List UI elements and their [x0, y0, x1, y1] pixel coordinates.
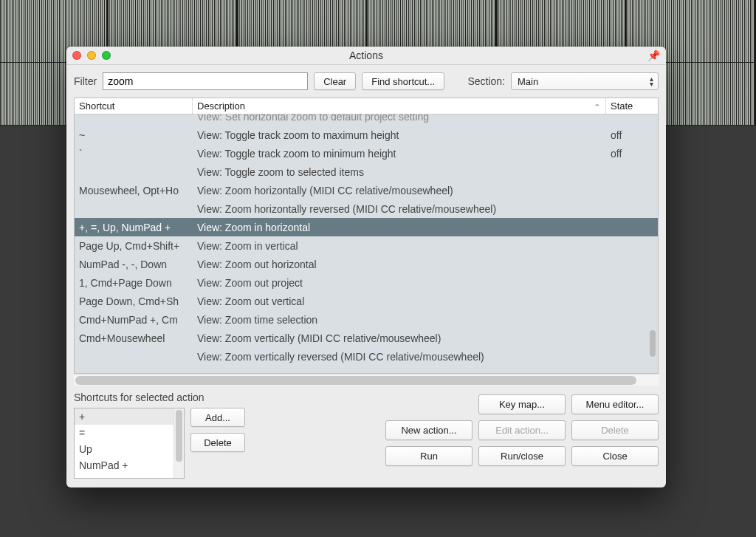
- cell-description: View: Zoom time selection: [193, 314, 606, 326]
- shortcut-list-item[interactable]: +: [75, 408, 184, 425]
- close-window-button[interactable]: [72, 51, 81, 60]
- shortcut-list-scrollbar[interactable]: [173, 408, 184, 478]
- table-row[interactable]: View: Zoom horizontally reversed (MIDI C…: [75, 199, 658, 218]
- new-action-button[interactable]: New action...: [385, 420, 472, 440]
- section-label: Section:: [467, 75, 505, 87]
- col-shortcut[interactable]: Shortcut: [75, 98, 193, 114]
- actions-table: Shortcut Description State View: Set hor…: [74, 98, 659, 374]
- cell-description: View: Zoom horizontally (MIDI CC relativ…: [193, 185, 606, 196]
- cell-shortcut: Cmd+Mousewheel: [75, 332, 193, 344]
- shortcuts-panel: Shortcuts for selected action +=UpNumPad…: [74, 391, 245, 479]
- cell-shortcut: 1, Cmd+Page Down: [75, 277, 193, 289]
- add-shortcut-button[interactable]: Add...: [190, 408, 245, 427]
- table-row[interactable]: `View: Toggle track zoom to minimum heig…: [75, 144, 658, 163]
- table-body[interactable]: View: Set horizontal zoom to default pro…: [75, 114, 658, 373]
- action-buttons: Key map... Menu editor... New action... …: [385, 391, 659, 479]
- minimize-window-button[interactable]: [87, 51, 96, 60]
- cell-description: View: Zoom in vertical: [193, 240, 606, 252]
- cell-shortcut: ~: [75, 129, 193, 141]
- col-description[interactable]: Description: [193, 98, 606, 114]
- cell-description: View: Set horizontal zoom to default pro…: [193, 114, 606, 123]
- shortcut-list-item[interactable]: Up: [75, 441, 184, 457]
- bottom-panel: Shortcuts for selected action +=UpNumPad…: [66, 386, 666, 488]
- cell-description: View: Zoom in horizontal: [193, 222, 606, 233]
- section-select-value: Main: [518, 76, 538, 87]
- window-title: Actions: [66, 49, 666, 61]
- cell-shortcut: `: [75, 148, 193, 160]
- window-controls: [72, 51, 111, 60]
- table-row[interactable]: Cmd+NumPad +, CmView: Zoom time selectio…: [75, 310, 658, 329]
- table-row[interactable]: Page Down, Cmd+ShView: Zoom out vertical: [75, 292, 658, 310]
- zoom-window-button[interactable]: [102, 51, 111, 60]
- table-row[interactable]: 1, Cmd+Page DownView: Zoom out project: [75, 273, 658, 292]
- table-row[interactable]: NumPad -, -, DownView: Zoom out horizont…: [75, 255, 658, 273]
- pin-icon[interactable]: 📌: [647, 49, 660, 61]
- find-shortcut-button[interactable]: Find shortcut...: [362, 72, 444, 90]
- cell-shortcut: Page Up, Cmd+Shift+: [75, 240, 193, 252]
- table-row[interactable]: View: Set horizontal zoom to default pro…: [75, 114, 658, 126]
- cell-description: View: Toggle zoom to selected items: [193, 166, 606, 178]
- cell-description: View: Zoom out project: [193, 277, 606, 289]
- table-header: Shortcut Description State: [75, 98, 658, 114]
- shortcuts-panel-title: Shortcuts for selected action: [74, 391, 245, 403]
- cell-shortcut: NumPad -, -, Down: [75, 259, 193, 270]
- cell-description: View: Toggle track zoom to maximum heigh…: [193, 129, 606, 141]
- table-row[interactable]: Mousewheel, Opt+HoView: Zoom horizontall…: [75, 181, 658, 199]
- shortcut-list-item[interactable]: NumPad +: [75, 457, 184, 473]
- chevron-updown-icon: ▴▾: [650, 76, 653, 86]
- cell-shortcut: Cmd+NumPad +, Cm: [75, 314, 193, 326]
- shortcut-list-item[interactable]: =: [75, 425, 184, 441]
- cell-description: View: Zoom vertically (MIDI CC relative/…: [193, 332, 606, 344]
- cell-description: View: Zoom out horizontal: [193, 259, 606, 270]
- table-vertical-scrollbar[interactable]: [647, 114, 657, 373]
- filter-toolbar: Filter Clear Find shortcut... Section: M…: [66, 65, 666, 98]
- cell-shortcut: +, =, Up, NumPad +: [75, 222, 193, 233]
- table-row[interactable]: ~View: Toggle track zoom to maximum heig…: [75, 126, 658, 144]
- clear-button[interactable]: Clear: [314, 72, 356, 90]
- delete-action-button[interactable]: Delete: [571, 420, 659, 440]
- cell-description: View: Zoom out vertical: [193, 295, 606, 307]
- actions-dialog: Actions 📌 Filter Clear Find shortcut... …: [66, 47, 666, 488]
- table-row[interactable]: View: Zoom vertically reversed (MIDI CC …: [75, 347, 658, 366]
- table-row[interactable]: +, =, Up, NumPad +View: Zoom in horizont…: [75, 218, 658, 236]
- cell-description: View: Zoom horizontally reversed (MIDI C…: [193, 203, 606, 215]
- filter-input[interactable]: [103, 72, 308, 90]
- run-button[interactable]: Run: [385, 446, 472, 466]
- delete-shortcut-button[interactable]: Delete: [190, 433, 245, 452]
- col-state[interactable]: State: [606, 98, 658, 114]
- section-select[interactable]: Main ▴▾: [511, 72, 659, 90]
- run-close-button[interactable]: Run/close: [478, 446, 566, 466]
- key-map-button[interactable]: Key map...: [478, 394, 566, 414]
- close-button[interactable]: Close: [571, 446, 659, 466]
- menu-editor-button[interactable]: Menu editor...: [571, 394, 659, 414]
- filter-label: Filter: [74, 75, 97, 87]
- table-horizontal-scrollbar[interactable]: [74, 374, 659, 386]
- table-row[interactable]: Page Up, Cmd+Shift+View: Zoom in vertica…: [75, 236, 658, 255]
- shortcut-list[interactable]: +=UpNumPad +: [74, 408, 185, 479]
- cell-shortcut: Page Down, Cmd+Sh: [75, 295, 193, 307]
- table-row[interactable]: View: Toggle zoom to selected items: [75, 163, 658, 181]
- table-row[interactable]: Cmd+MousewheelView: Zoom vertically (MID…: [75, 329, 658, 347]
- cell-shortcut: Mousewheel, Opt+Ho: [75, 185, 193, 196]
- titlebar: Actions 📌: [66, 47, 666, 65]
- edit-action-button[interactable]: Edit action...: [478, 420, 566, 440]
- cell-description: View: Toggle track zoom to minimum heigh…: [193, 148, 606, 160]
- cell-description: View: Zoom vertically reversed (MIDI CC …: [193, 351, 606, 363]
